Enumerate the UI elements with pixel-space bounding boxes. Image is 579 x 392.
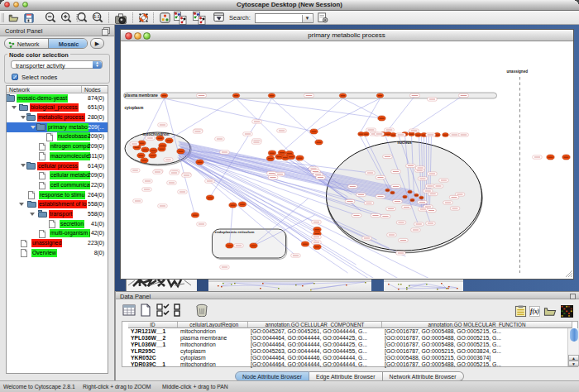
svg-text:plasma membrane: plasma membrane: [124, 93, 158, 98]
svg-text:1:1: 1:1: [93, 14, 100, 19]
svg-text:endoplasmic reticulum: endoplasmic reticulum: [214, 230, 254, 234]
svg-text:nucleus: nucleus: [397, 141, 412, 145]
svg-text:cytoplasm: cytoplasm: [124, 106, 143, 110]
svg-text:unassigned: unassigned: [506, 69, 528, 74]
svg-text:f(x): f(x): [530, 308, 539, 315]
